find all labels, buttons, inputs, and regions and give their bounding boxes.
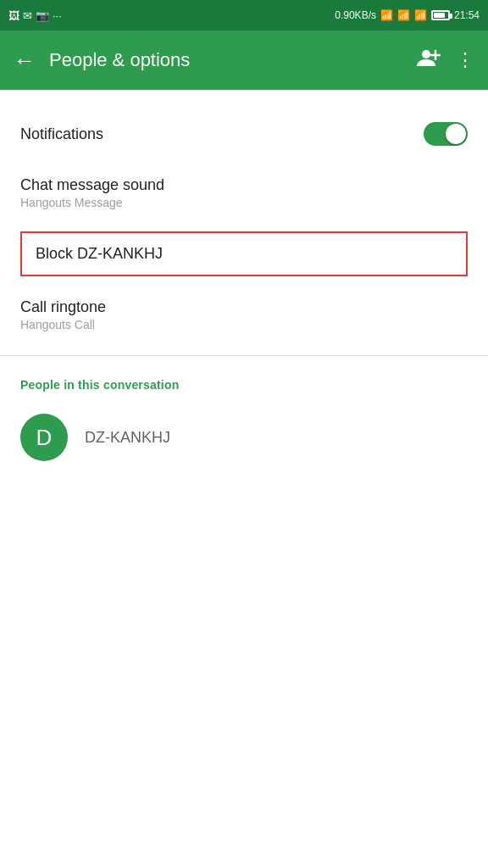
people-section-header: People in this conversation <box>0 364 488 398</box>
status-bar-right: 0.90KB/s 📶 📶 📶 21:54 <box>335 9 480 21</box>
gallery-icon: 🖼 <box>8 9 19 22</box>
signal-icon: 📶 <box>397 9 410 21</box>
battery-icon <box>431 10 450 20</box>
notifications-toggle[interactable] <box>424 122 468 146</box>
toolbar: ← People & options ⋮ <box>0 31 488 90</box>
section-divider <box>0 355 488 356</box>
call-ringtone-item[interactable]: Call ringtone Hangouts Call <box>0 283 488 347</box>
svg-point-0 <box>422 50 430 58</box>
avatar: D <box>20 414 68 461</box>
notifications-label: Notifications <box>20 125 103 143</box>
back-button[interactable]: ← <box>14 47 36 74</box>
signal2-icon: 📶 <box>414 9 427 21</box>
call-ringtone-value: Hangouts Call <box>20 318 468 331</box>
person-row[interactable]: D DZ-KANKHJ <box>0 398 488 476</box>
add-person-button[interactable] <box>417 47 441 73</box>
content: Notifications Chat message sound Hangout… <box>0 90 488 476</box>
wifi-icon: 📶 <box>380 9 393 21</box>
more-options-button[interactable]: ⋮ <box>456 49 474 71</box>
chat-message-sound-value: Hangouts Message <box>20 196 468 209</box>
mail-icon: ✉ <box>23 9 32 22</box>
more-notifications-icon: ··· <box>53 9 62 22</box>
camera-icon: 📷 <box>36 9 49 22</box>
status-bar-left: 🖼 ✉ 📷 ··· <box>8 9 62 22</box>
toolbar-title: People & options <box>49 49 403 71</box>
block-item[interactable]: Block DZ-KANKHJ <box>20 231 468 276</box>
time: 21:54 <box>454 9 480 21</box>
toolbar-actions: ⋮ <box>417 47 474 73</box>
status-bar: 🖼 ✉ 📷 ··· 0.90KB/s 📶 📶 📶 21:54 <box>0 0 488 31</box>
chat-message-sound-label: Chat message sound <box>20 176 468 194</box>
chat-message-sound-item[interactable]: Chat message sound Hangouts Message <box>0 161 488 225</box>
notifications-row[interactable]: Notifications <box>0 107 488 161</box>
toggle-knob <box>446 124 466 144</box>
person-name: DZ-KANKHJ <box>85 429 170 447</box>
block-item-label: Block DZ-KANKHJ <box>36 245 163 262</box>
network-speed: 0.90KB/s <box>335 9 376 21</box>
call-ringtone-label: Call ringtone <box>20 298 468 316</box>
